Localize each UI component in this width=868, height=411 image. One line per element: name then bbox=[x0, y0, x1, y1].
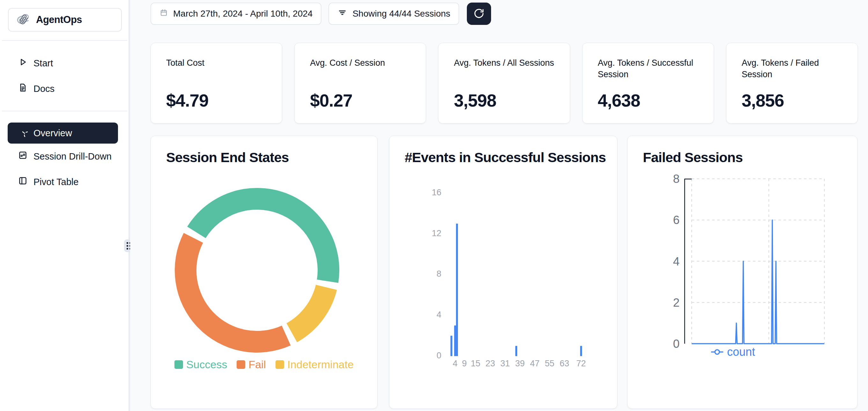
legend-swatch bbox=[276, 360, 284, 369]
gauge-icon bbox=[18, 127, 28, 139]
stat-label: Avg. Tokens / All Sessions bbox=[454, 57, 556, 68]
stat-value: $0.27 bbox=[310, 90, 352, 111]
legend-label: Fail bbox=[248, 358, 266, 371]
stat-card: Avg. Tokens / All Sessions3,598 bbox=[438, 43, 570, 123]
donut-slice-indeterminate[interactable] bbox=[287, 285, 337, 342]
x-tick-label: 47 bbox=[530, 359, 539, 368]
sessions-filter-button[interactable]: Showing 44/44 Sessions bbox=[329, 3, 459, 25]
stat-label: Avg. Cost / Session bbox=[310, 57, 412, 68]
legend-item-fail[interactable]: Fail bbox=[237, 358, 266, 371]
session-end-states-card: Session End States SuccessFailIndetermin… bbox=[151, 136, 377, 409]
stat-value: 3,856 bbox=[742, 90, 784, 111]
topbar: March 27th, 2024 - April 10th, 2024 Show… bbox=[151, 3, 868, 25]
sidebar-divider bbox=[2, 111, 127, 111]
histogram-bar[interactable] bbox=[454, 325, 456, 356]
play-icon bbox=[18, 57, 28, 69]
sidebar-item-label: Overview bbox=[33, 128, 72, 139]
stat-label: Total Cost bbox=[166, 57, 269, 68]
legend-item-success[interactable]: Success bbox=[175, 358, 227, 371]
sidebar-item-session-drill-down[interactable]: Session Drill-Down bbox=[0, 144, 129, 169]
y-tick-label: 8 bbox=[673, 172, 680, 185]
events-histogram-card: #Events in Successful Sessions 048121649… bbox=[389, 136, 617, 409]
sidebar-item-overview[interactable]: Overview bbox=[8, 122, 118, 144]
x-tick-label: 23 bbox=[486, 359, 495, 368]
donut-legend: SuccessFailIndeterminate bbox=[151, 358, 377, 371]
legend-item-indeterminate[interactable]: Indeterminate bbox=[276, 358, 354, 371]
brand-name: AgentOps bbox=[36, 14, 82, 26]
x-tick-label: 9 bbox=[462, 359, 467, 368]
histogram-bar[interactable] bbox=[580, 346, 582, 356]
list-icon bbox=[18, 150, 28, 163]
count-line-series[interactable] bbox=[692, 220, 824, 344]
stat-card: Avg. Cost / Session$0.27 bbox=[294, 43, 426, 123]
legend-label: Success bbox=[186, 358, 227, 371]
donut-slice-fail[interactable] bbox=[175, 233, 290, 353]
stat-card: Avg. Tokens / Failed Session3,856 bbox=[726, 43, 858, 123]
x-tick-label: 55 bbox=[545, 359, 555, 368]
sidebar: AgentOps StartDocs OverviewSession Drill… bbox=[0, 0, 129, 411]
columns-icon bbox=[18, 176, 28, 188]
failed-sessions-card: Failed Sessions 02468count bbox=[627, 136, 858, 409]
stats-row: Total Cost$4.79Avg. Cost / Session$0.27A… bbox=[151, 43, 858, 123]
x-tick-label: 39 bbox=[515, 359, 525, 368]
histogram-chart[interactable]: 0481216491523313947556372 bbox=[390, 136, 618, 409]
sessions-filter-label: Showing 44/44 Sessions bbox=[352, 9, 450, 19]
document-icon bbox=[18, 83, 28, 95]
sidebar-item-label: Docs bbox=[33, 84, 55, 94]
y-tick-label: 16 bbox=[432, 187, 441, 197]
sidebar-item-docs[interactable]: Docs bbox=[0, 76, 129, 101]
x-tick-label: 31 bbox=[500, 359, 510, 368]
x-tick-label: 72 bbox=[576, 359, 586, 368]
sidebar-item-label: Session Drill-Down bbox=[33, 151, 112, 162]
stat-label: Avg. Tokens / Failed Session bbox=[742, 57, 844, 80]
x-tick-label: 4 bbox=[453, 359, 458, 368]
failed-sessions-chart[interactable]: 02468count bbox=[627, 136, 858, 409]
y-tick-label: 0 bbox=[673, 337, 680, 350]
brand-logo-box[interactable]: AgentOps bbox=[8, 8, 122, 32]
paperclip-logo-icon bbox=[17, 12, 30, 27]
main-content: March 27th, 2024 - April 10th, 2024 Show… bbox=[130, 0, 868, 411]
y-tick-label: 2 bbox=[673, 296, 680, 309]
histogram-bar[interactable] bbox=[515, 346, 517, 356]
y-tick-label: 12 bbox=[432, 229, 441, 238]
histogram-bar[interactable] bbox=[451, 336, 453, 356]
sidebar-item-label: Start bbox=[33, 58, 53, 68]
y-tick-label: 4 bbox=[437, 310, 441, 319]
refresh-icon bbox=[473, 8, 485, 20]
charts-row: Session End States SuccessFailIndetermin… bbox=[151, 136, 868, 409]
date-range-picker[interactable]: March 27th, 2024 - April 10th, 2024 bbox=[151, 3, 321, 25]
stat-label: Avg. Tokens / Successful Session bbox=[598, 57, 700, 80]
refresh-button[interactable] bbox=[467, 3, 491, 25]
stat-value: $4.79 bbox=[166, 90, 209, 111]
stat-value: 4,638 bbox=[598, 90, 640, 111]
y-tick-label: 8 bbox=[437, 269, 441, 278]
filter-icon bbox=[337, 8, 347, 20]
y-tick-label: 4 bbox=[673, 255, 680, 268]
y-tick-label: 0 bbox=[437, 351, 441, 360]
stat-value: 3,598 bbox=[454, 90, 496, 111]
sidebar-item-label: Pivot Table bbox=[33, 177, 79, 187]
donut-slice-success[interactable] bbox=[187, 188, 339, 283]
sidebar-nav-top: StartDocs bbox=[0, 51, 129, 101]
legend-swatch bbox=[175, 360, 183, 369]
sidebar-item-start[interactable]: Start bbox=[0, 51, 129, 76]
app-root: AgentOps StartDocs OverviewSession Drill… bbox=[0, 0, 868, 411]
date-range-label: March 27th, 2024 - April 10th, 2024 bbox=[173, 9, 312, 19]
stat-card: Avg. Tokens / Successful Session4,638 bbox=[582, 43, 714, 123]
x-tick-label: 63 bbox=[560, 359, 569, 368]
sidebar-nav-main: OverviewSession Drill-DownPivot Table bbox=[0, 122, 129, 195]
legend-label: Indeterminate bbox=[287, 358, 354, 371]
legend-point-marker bbox=[715, 350, 719, 354]
stat-card: Total Cost$4.79 bbox=[151, 43, 282, 123]
calendar-icon bbox=[159, 8, 168, 19]
sidebar-item-pivot-table[interactable]: Pivot Table bbox=[0, 169, 129, 195]
histogram-bar[interactable] bbox=[456, 224, 458, 356]
x-tick-label: 15 bbox=[471, 359, 480, 368]
legend-label-count[interactable]: count bbox=[727, 345, 755, 358]
sidebar-divider bbox=[2, 40, 127, 41]
y-tick-label: 6 bbox=[673, 213, 680, 227]
legend-swatch bbox=[237, 360, 245, 369]
